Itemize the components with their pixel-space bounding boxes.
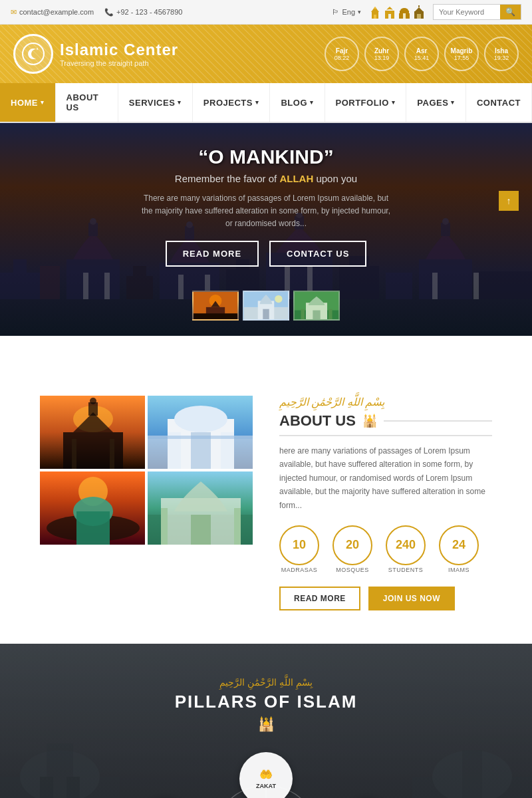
caret-icon: ▾ bbox=[178, 99, 182, 106]
svg-rect-56 bbox=[263, 309, 269, 320]
flag-icon: 🏳 bbox=[332, 8, 339, 16]
phone-info: 📞 +92 - 123 - 4567890 bbox=[104, 8, 182, 17]
stat-circle: 240 bbox=[386, 525, 426, 565]
pillars-section: بِسْمِ اللَّهِ الرَّحْمَٰنِ الرَّحِيمِ P… bbox=[0, 644, 532, 798]
about-image-4 bbox=[148, 471, 253, 545]
nav-item-blog[interactable]: BLOG ▾ bbox=[270, 83, 325, 122]
pillars-icon: 🕌 bbox=[0, 716, 532, 732]
svg-point-68 bbox=[90, 398, 96, 404]
prayer-times: Fajr08:22Zuhr13:19Asr15:41Magrib17:55Ish… bbox=[325, 37, 519, 71]
hero-content: “O MANKIND” Remember the favor of ALLAH … bbox=[100, 125, 432, 281]
read-more-button[interactable]: READ MORE bbox=[166, 241, 259, 267]
svg-rect-17 bbox=[0, 273, 40, 299]
hero-section: “O MANKIND” Remember the favor of ALLAH … bbox=[0, 123, 532, 336]
nav-item-contact[interactable]: CONTACT bbox=[466, 83, 532, 122]
about-read-more-button[interactable]: READ MORE bbox=[279, 587, 360, 610]
nav-item-about-us[interactable]: ABOUT US bbox=[56, 83, 118, 122]
svg-rect-52 bbox=[194, 314, 237, 320]
about-image-1 bbox=[40, 396, 145, 469]
about-text: here are many variations of passages of … bbox=[279, 444, 492, 512]
mosque-icon-2[interactable] bbox=[384, 5, 396, 19]
svg-rect-47 bbox=[479, 271, 532, 299]
pillars-diagram: 🤲 ZAKAT 🧎 SALAH 📜 HAJJ 🕌 ISLAMIC PILLARS… bbox=[133, 752, 399, 798]
svg-point-57 bbox=[275, 295, 282, 303]
about-image-3 bbox=[40, 471, 145, 545]
join-us-button[interactable]: JOIN US NOW bbox=[368, 587, 455, 610]
caret-icon: ▾ bbox=[41, 99, 45, 106]
logo-icon bbox=[13, 34, 53, 74]
svg-rect-83 bbox=[76, 511, 110, 545]
svg-rect-5 bbox=[388, 14, 391, 19]
about-title: ABOUT US 🕌 bbox=[279, 412, 492, 436]
stats-row: 10 MADRASAS 20 MOSQUES 240 STUDENTS 24 I… bbox=[279, 525, 492, 573]
stat-madrasas: 10 MADRASAS bbox=[279, 525, 319, 573]
nav-item-services[interactable]: SERVICES ▾ bbox=[118, 83, 193, 122]
svg-rect-23 bbox=[83, 273, 88, 299]
about-image-2 bbox=[148, 396, 253, 469]
nav-item-pages[interactable]: PAGES ▾ bbox=[406, 83, 466, 122]
phone-icon: 📞 bbox=[104, 8, 114, 17]
search-box[interactable]: 🔍 bbox=[433, 4, 521, 20]
stat-circle: 24 bbox=[439, 525, 479, 565]
main-nav: HOME ▾ABOUT USSERVICES ▾PROJECTS ▾BLOG ▾… bbox=[0, 83, 532, 123]
prayer-time-asr: Asr15:41 bbox=[404, 37, 439, 71]
mosque-icons-group bbox=[369, 5, 425, 19]
bismillah-text: بِسْمِ اللَّهِ الرَّحْمَٰنِ الرَّحِيمِ bbox=[279, 396, 492, 408]
title-line bbox=[384, 420, 492, 422]
hero-subtitle: Remember the favor of ALLAH upon you bbox=[140, 173, 392, 184]
svg-point-3 bbox=[374, 7, 376, 9]
language-selector[interactable]: 🏳 Eng ▾ bbox=[332, 8, 361, 16]
top-bar-left: ✉ contact@example.com 📞 +92 - 123 - 4567… bbox=[11, 8, 182, 17]
hero-description: There are many variations of passages of… bbox=[140, 192, 392, 231]
stat-circle: 20 bbox=[332, 525, 372, 565]
svg-rect-2 bbox=[374, 15, 376, 19]
about-content: بِسْمِ اللَّهِ الرَّحْمَٰنِ الرَّحِيمِ A… bbox=[279, 396, 492, 610]
mosque-icon-1[interactable] bbox=[369, 5, 381, 19]
scroll-up-button[interactable]: ↑ bbox=[499, 191, 519, 211]
site-title: Islamic Center bbox=[60, 41, 178, 59]
logo-text: Islamic Center Traversing the straight p… bbox=[60, 41, 178, 67]
top-bar: ✉ contact@example.com 📞 +92 - 123 - 4567… bbox=[0, 0, 532, 25]
svg-marker-16 bbox=[36, 47, 39, 51]
svg-rect-89 bbox=[234, 508, 241, 545]
nav-item-home[interactable]: HOME ▾ bbox=[0, 83, 56, 122]
search-button[interactable]: 🔍 bbox=[500, 5, 521, 19]
pillars-bismillah: بِسْمِ اللَّهِ الرَّحْمَٰنِ الرَّحِيمِ bbox=[0, 677, 532, 688]
svg-point-44 bbox=[442, 218, 449, 225]
prayer-time-magrib: Magrib17:55 bbox=[444, 37, 479, 71]
pillars-content: بِسْمِ اللَّهِ الرَّحْمَٰنِ الرَّحِيمِ P… bbox=[0, 677, 532, 798]
svg-rect-78 bbox=[148, 436, 253, 439]
hero-thumb-3[interactable] bbox=[293, 291, 340, 321]
svg-rect-69 bbox=[72, 439, 76, 469]
mosque-icon-3[interactable] bbox=[398, 5, 410, 19]
about-section: بِسْمِ اللَّهِ الرَّحْمَٰنِ الرَّحِيمِ A… bbox=[0, 362, 532, 644]
hero-thumb-1[interactable] bbox=[192, 291, 239, 321]
header: Islamic Center Traversing the straight p… bbox=[0, 25, 532, 83]
zakat-icon: 🤲 bbox=[259, 768, 273, 781]
mosque-title-icon: 🕌 bbox=[362, 414, 377, 428]
lang-caret: ▾ bbox=[358, 9, 361, 15]
nav-item-projects[interactable]: PROJECTS ▾ bbox=[193, 83, 271, 122]
svg-rect-46 bbox=[473, 273, 479, 299]
about-images bbox=[40, 396, 253, 545]
pillars-title: PILLARS OF ISLAM bbox=[0, 692, 532, 712]
caret-icon: ▾ bbox=[310, 99, 314, 106]
svg-rect-63 bbox=[329, 309, 332, 320]
spacer bbox=[0, 336, 532, 362]
svg-rect-9 bbox=[399, 13, 401, 19]
nav-item-portfolio[interactable]: PORTFOLIO ▾ bbox=[325, 83, 407, 122]
stat-imams: 24 IMAMS bbox=[439, 525, 479, 573]
email-info: ✉ contact@example.com bbox=[11, 8, 94, 17]
svg-rect-88 bbox=[161, 508, 168, 545]
stat-mosques: 20 MOSQUES bbox=[332, 525, 372, 573]
site-tagline: Traversing the straight path bbox=[60, 59, 178, 67]
mosque-icon-4[interactable] bbox=[413, 5, 425, 19]
svg-point-15 bbox=[23, 43, 44, 65]
hero-thumb-2[interactable] bbox=[243, 291, 289, 321]
svg-point-74 bbox=[174, 406, 227, 432]
contact-us-button[interactable]: CONTACT US bbox=[269, 241, 366, 267]
search-input[interactable] bbox=[434, 6, 500, 18]
stat-circle: 10 bbox=[279, 525, 319, 565]
svg-rect-70 bbox=[110, 439, 114, 469]
svg-rect-12 bbox=[417, 14, 421, 19]
